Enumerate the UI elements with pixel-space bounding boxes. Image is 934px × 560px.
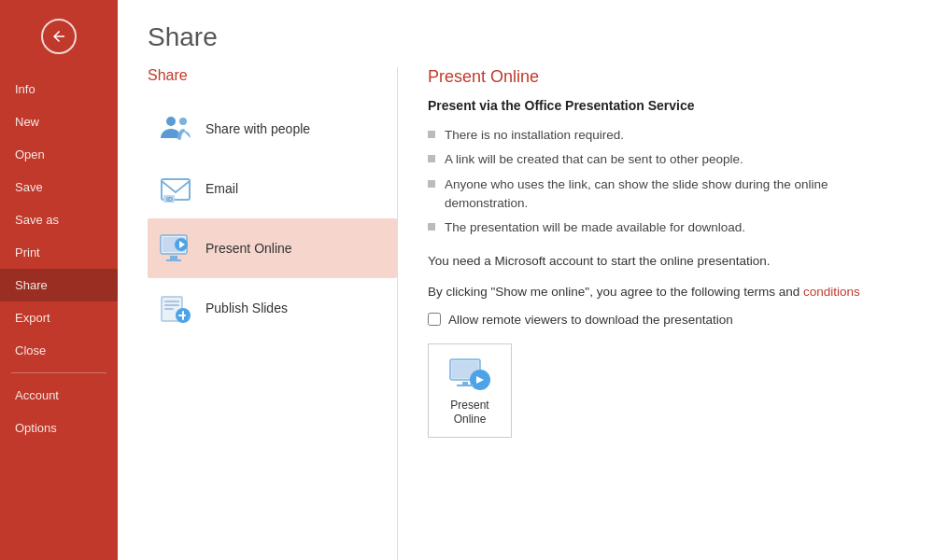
sidebar-item-share[interactable]: Share — [0, 269, 118, 301]
info2-pre: By clicking "Show me online", you agree … — [428, 285, 803, 299]
email-label: Email — [205, 181, 238, 196]
sidebar-nav: Info New Open Save Save as Print Share E… — [0, 73, 118, 444]
share-option-share-with-people[interactable]: Share with people — [148, 99, 397, 159]
bullet-text-2: A link will be created that can be sent … — [445, 150, 743, 169]
sidebar-item-account[interactable]: Account — [0, 379, 118, 412]
share-option-present-online[interactable]: Present Online — [148, 218, 397, 278]
svg-point-1 — [179, 118, 187, 125]
sidebar-item-options[interactable]: Options — [0, 412, 118, 444]
bullet-text-4: The presentation will be made available … — [445, 218, 745, 237]
present-online-button-label: Present Online — [450, 399, 488, 427]
back-button-container — [0, 0, 118, 73]
svg-point-0 — [166, 117, 176, 126]
sidebar-divider — [11, 372, 106, 373]
page-title: Share — [148, 22, 904, 52]
present-online-button-icon — [448, 357, 491, 393]
svg-rect-18 — [462, 382, 468, 385]
present-online-subtitle: Present via the Office Presentation Serv… — [428, 98, 904, 113]
bullet-item-4: The presentation will be made available … — [428, 218, 904, 237]
bullet-square-1 — [428, 131, 435, 138]
share-panel: Share Share with people — [118, 67, 398, 560]
present-online-title: Present Online — [428, 67, 904, 87]
publish-slides-label: Publish Slides — [205, 301, 288, 315]
right-panel: Present Online Present via the Office Pr… — [398, 67, 934, 560]
svg-text:ID: ID — [166, 196, 173, 203]
sidebar-item-open[interactable]: Open — [0, 138, 118, 171]
sidebar-item-save-as[interactable]: Save as — [0, 203, 118, 236]
info-text-2: By clicking "Show me online", you agree … — [428, 283, 904, 301]
conditions-link[interactable]: conditions — [803, 285, 860, 299]
svg-rect-11 — [164, 301, 179, 302]
bullet-square-4 — [428, 223, 435, 231]
checkbox-label: Allow remote viewers to download the pre… — [448, 313, 733, 327]
bullet-square-3 — [428, 180, 435, 188]
share-panel-title: Share — [148, 67, 397, 84]
sidebar-item-print[interactable]: Print — [0, 236, 118, 269]
back-button[interactable] — [41, 19, 77, 54]
sidebar: Info New Open Save Save as Print Share E… — [0, 0, 118, 560]
bullet-text-3: Anyone who uses the link, can show the s… — [445, 175, 904, 214]
sidebar-item-new[interactable]: New — [0, 105, 118, 138]
svg-rect-19 — [457, 385, 474, 386]
checkbox-row: Allow remote viewers to download the pre… — [428, 313, 904, 327]
page-title-area: Share — [118, 0, 934, 67]
share-option-publish-slides[interactable]: Publish Slides — [148, 278, 397, 338]
bullet-text-1: There is no installation required. — [445, 126, 624, 145]
sidebar-item-save[interactable]: Save — [0, 171, 118, 203]
svg-rect-8 — [170, 256, 177, 259]
bullet-list: There is no installation required. A lin… — [428, 126, 904, 237]
svg-rect-9 — [166, 259, 181, 261]
svg-rect-12 — [164, 304, 179, 306]
svg-rect-13 — [164, 308, 174, 310]
present-online-button[interactable]: Present Online — [428, 343, 512, 438]
sidebar-item-export[interactable]: Export — [0, 301, 118, 334]
email-icon: ID — [159, 172, 192, 205]
present-online-label: Present Online — [205, 241, 292, 256]
bullet-item-1: There is no installation required. — [428, 126, 904, 145]
present-online-icon — [159, 231, 192, 265]
sidebar-item-info[interactable]: Info — [0, 73, 118, 105]
content-area: Share Share with people — [118, 67, 934, 560]
info-text-1: You need a Microsoft account to start th… — [428, 252, 904, 271]
share-option-email[interactable]: ID Email — [148, 159, 397, 218]
publish-slides-icon — [159, 291, 192, 325]
bullet-item-2: A link will be created that can be sent … — [428, 150, 904, 169]
bullet-square-2 — [428, 155, 435, 162]
share-with-people-label: Share with people — [205, 121, 310, 136]
people-icon — [159, 112, 192, 146]
allow-download-checkbox[interactable] — [428, 313, 441, 326]
main-content: Share Share Share with people — [118, 0, 934, 560]
sidebar-item-close[interactable]: Close — [0, 334, 118, 367]
bullet-item-3: Anyone who uses the link, can show the s… — [428, 175, 904, 214]
